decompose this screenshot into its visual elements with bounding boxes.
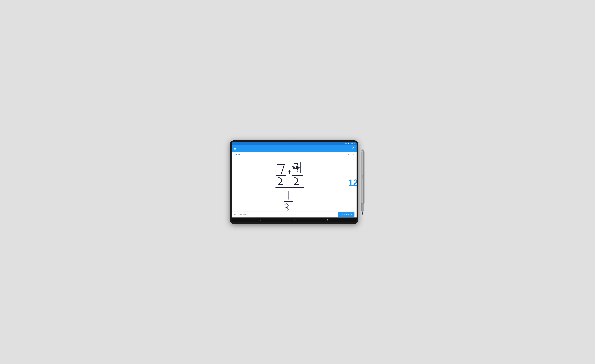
clear-button[interactable]: CLEAR <box>234 154 240 156</box>
redo-button[interactable] <box>352 153 354 156</box>
back-button[interactable]: ◀ <box>260 219 261 221</box>
scene: 86% 14:31 <box>230 140 365 224</box>
tablet: 86% 14:31 <box>230 140 358 224</box>
recents-button[interactable]: ■ <box>327 219 328 221</box>
battery-percent: 86% <box>344 143 347 144</box>
decimal-mode[interactable]: DECIMAL <box>240 214 247 215</box>
app-bar <box>232 145 357 152</box>
stylus: Lenovo <box>361 149 365 215</box>
calculate-button[interactable]: CALCULATE <box>338 212 354 217</box>
tablet-screen: 86% 14:31 <box>232 142 357 222</box>
mode-controls: RAD DECIMAL <box>234 214 247 215</box>
handwritten-expression <box>258 160 330 210</box>
toolbar: CLEAR <box>232 152 357 157</box>
camera <box>294 141 295 142</box>
stylus-tip <box>362 211 363 215</box>
menu-button[interactable] <box>234 148 236 150</box>
nav-bar: ◀ ● ■ <box>232 217 357 222</box>
rad-mode[interactable]: RAD <box>234 214 237 215</box>
status-bar: 86% 14:31 <box>232 142 357 145</box>
home-button[interactable]: ● <box>294 219 295 221</box>
toolbar-actions <box>348 153 354 156</box>
share-button[interactable] <box>352 147 354 150</box>
stylus-grip <box>361 203 364 211</box>
undo-button[interactable] <box>348 153 350 156</box>
stylus-brand-label: Lenovo <box>362 175 363 179</box>
equals-sign: = <box>343 179 347 186</box>
time-display: 14:31 <box>351 143 355 144</box>
result-area: = 12 <box>343 177 357 188</box>
canvas-area[interactable]: = 12 <box>232 157 357 212</box>
math-content: = 12 <box>232 159 357 212</box>
stylus-top <box>361 149 364 151</box>
signal-icon <box>342 143 343 144</box>
status-bar-content: 86% 14:31 <box>342 143 355 144</box>
result-value: 12 <box>348 177 357 188</box>
battery-icon <box>348 143 350 144</box>
stylus-body: Lenovo <box>361 151 364 203</box>
bottom-bar: RAD DECIMAL CALCULATE <box>232 212 357 217</box>
